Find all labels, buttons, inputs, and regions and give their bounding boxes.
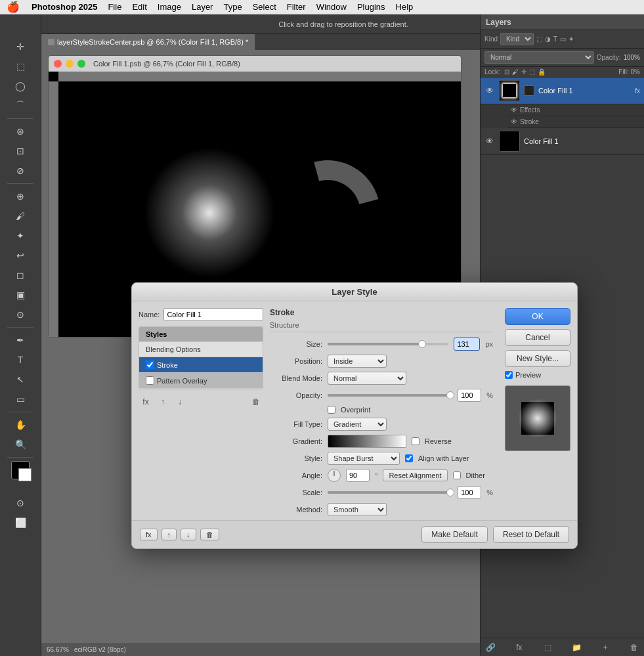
menu-layer[interactable]: Layer	[186, 2, 219, 12]
filter-smart-icon[interactable]: ✦	[569, 35, 574, 43]
layer-style-dialog[interactable]: Layer Style Name: Styles Blending Option…	[131, 282, 578, 549]
menu-image[interactable]: Image	[152, 2, 186, 12]
tool-hand[interactable]: ✋	[11, 416, 30, 434]
lock-pixels-icon[interactable]: 🖌	[512, 68, 519, 76]
menu-filter[interactable]: Filter	[282, 2, 311, 12]
filter-type-icon[interactable]: T	[553, 35, 557, 43]
align-checkbox[interactable]	[405, 454, 413, 462]
stroke-visibility-icon[interactable]: 👁	[511, 118, 517, 125]
angle-dial[interactable]	[328, 469, 341, 482]
lock-all-icon[interactable]: 🔒	[538, 68, 546, 76]
effects-visibility-icon[interactable]: 👁	[511, 106, 517, 114]
layer-fx-badge-0[interactable]: fx	[635, 87, 640, 95]
layer-visibility-1[interactable]: 👁	[484, 136, 495, 146]
make-default-button[interactable]: Make Default	[421, 526, 488, 543]
style-select[interactable]: Shape Burst Linear Radial	[328, 452, 400, 465]
dialog-fx-icon[interactable]: fx	[139, 395, 153, 409]
tool-heal[interactable]: ⊕	[11, 187, 30, 206]
tool-foreground-color[interactable]	[11, 461, 30, 479]
footer-delete-icon[interactable]: 🗑	[200, 529, 219, 540]
tool-screen-mode[interactable]: ⬜	[11, 514, 30, 532]
opacity-slider[interactable]	[328, 394, 452, 397]
layer-effects-item[interactable]: 👁 Effects	[507, 104, 644, 116]
tool-shape[interactable]: ▭	[11, 390, 30, 408]
delete-layer-icon[interactable]: 🗑	[627, 640, 641, 655]
tool-quick-select[interactable]: ⊛	[11, 122, 30, 141]
filter-adjustment-icon[interactable]: ◑	[545, 35, 551, 43]
menu-file[interactable]: File	[102, 2, 127, 12]
kind-select[interactable]: Kind	[500, 33, 534, 45]
footer-move-down-icon[interactable]: ↓	[181, 529, 196, 540]
dialog-move-down-icon[interactable]: ↓	[173, 395, 187, 409]
style-item-stroke[interactable]: Stroke	[139, 357, 263, 373]
new-style-button[interactable]: New Style...	[505, 350, 570, 367]
reverse-checkbox[interactable]	[412, 437, 419, 445]
fill-type-select[interactable]: Gradient Color Pattern	[328, 418, 387, 431]
style-item-blending[interactable]: Blending Options	[139, 342, 263, 357]
blend-mode-select[interactable]: Normal	[484, 51, 594, 64]
reset-alignment-button[interactable]: Reset Alignment	[383, 470, 447, 481]
overprint-checkbox[interactable]	[328, 406, 335, 414]
lock-position-icon[interactable]: ✛	[521, 68, 526, 76]
style-item-styles[interactable]: Styles	[139, 327, 263, 342]
opacity-input[interactable]	[458, 389, 481, 402]
add-style-icon[interactable]: fx	[512, 640, 526, 655]
reset-to-default-button[interactable]: Reset to Default	[493, 526, 569, 543]
filter-pixel-icon[interactable]: ⬚	[536, 35, 542, 43]
layer-item-1[interactable]: 👁 Color Fill 1	[481, 128, 644, 155]
tool-crop[interactable]: ⊡	[11, 142, 30, 160]
method-select[interactable]: Smooth Precise	[328, 503, 387, 516]
menu-window[interactable]: Window	[311, 2, 352, 12]
tool-path-select[interactable]: ↖	[11, 370, 30, 389]
pattern-checkbox[interactable]	[146, 376, 154, 385]
filter-shape-icon[interactable]: ▭	[560, 35, 566, 43]
tool-pen[interactable]: ✒	[11, 331, 30, 349]
new-layer-icon[interactable]: +	[598, 640, 612, 655]
lock-transparent-icon[interactable]: ⊡	[504, 68, 509, 76]
new-group-icon[interactable]: 📁	[569, 640, 584, 655]
tool-marquee-ellipse[interactable]: ◯	[11, 77, 30, 95]
doc-maximize-button[interactable]	[77, 60, 85, 68]
gradient-preview[interactable]	[328, 435, 406, 448]
tool-move[interactable]: ✛	[11, 37, 30, 56]
cancel-button[interactable]: Cancel	[505, 329, 570, 346]
ok-button[interactable]: OK	[505, 308, 570, 325]
preview-checkbox[interactable]	[505, 371, 513, 379]
scale-input[interactable]	[458, 486, 481, 499]
layer-item-0[interactable]: 👁 Color Fill 1 fx	[481, 77, 644, 104]
size-slider[interactable]	[328, 343, 448, 345]
tool-quick-mask[interactable]: ⊙	[11, 494, 30, 512]
angle-input[interactable]	[346, 469, 370, 482]
scale-slider[interactable]	[328, 491, 452, 494]
stroke-checkbox[interactable]	[146, 361, 154, 369]
tool-history-brush[interactable]: ↩	[11, 246, 30, 265]
tab-main[interactable]: layerStyleStrokeCenter.psb @ 66,7% (Colo…	[41, 34, 255, 50]
menu-edit[interactable]: Edit	[127, 2, 152, 12]
menu-type[interactable]: Type	[218, 2, 247, 12]
tool-eyedropper[interactable]: ⊘	[11, 162, 30, 180]
link-layers-icon[interactable]: 🔗	[483, 640, 498, 655]
menu-select[interactable]: Select	[247, 2, 282, 12]
tool-lasso[interactable]: ⌒	[11, 97, 30, 115]
tool-zoom[interactable]: 🔍	[11, 435, 30, 454]
layer-visibility-0[interactable]: 👁	[484, 85, 495, 96]
layer-stroke-item[interactable]: 👁 Stroke	[507, 116, 644, 128]
add-mask-icon[interactable]: ⬚	[541, 640, 555, 655]
apple-menu[interactable]: 🍎	[0, 1, 26, 13]
tool-gradient[interactable]: ▣	[11, 286, 30, 304]
menu-plugins[interactable]: Plugins	[352, 2, 391, 12]
menu-app-name[interactable]: Photoshop 2025	[26, 2, 102, 12]
menu-help[interactable]: Help	[391, 2, 419, 12]
blend-mode-select-dialog[interactable]: Normal	[328, 372, 406, 385]
position-select[interactable]: Inside Outside Center	[328, 355, 387, 368]
footer-move-up-icon[interactable]: ↑	[161, 529, 177, 540]
tool-dodge[interactable]: ⊙	[11, 305, 30, 324]
dialog-delete-icon[interactable]: 🗑	[249, 395, 263, 409]
dialog-move-up-icon[interactable]: ↑	[156, 395, 170, 409]
tool-eraser[interactable]: ◻	[11, 266, 30, 284]
dither-checkbox[interactable]	[453, 471, 461, 479]
tool-type[interactable]: T	[11, 351, 30, 369]
size-input[interactable]	[454, 338, 480, 351]
lock-artboard-icon[interactable]: ⬚	[529, 68, 535, 76]
style-item-pattern[interactable]: Pattern Overlay	[139, 373, 263, 389]
